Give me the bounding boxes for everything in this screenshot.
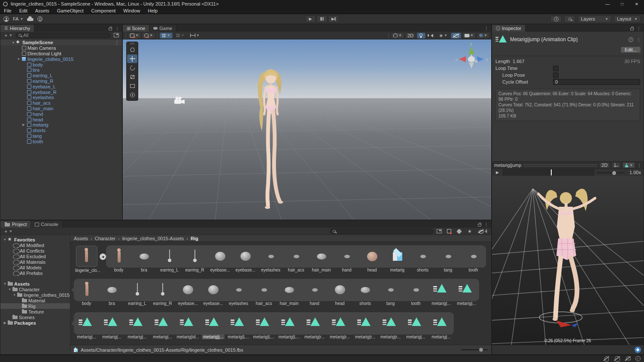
menu-item[interactable]: Component xyxy=(87,8,119,13)
search-button[interactable] xyxy=(564,15,575,23)
account-dropdown[interactable]: FA▼ xyxy=(13,16,23,21)
edit-button[interactable]: Edit... xyxy=(620,46,641,53)
asset-tile[interactable]: earring_R xyxy=(182,245,207,273)
play-button[interactable]: ▶ xyxy=(305,15,316,23)
asset-tile[interactable]: metarig|r... xyxy=(378,312,403,340)
hierarchy-row[interactable]: hair_acs xyxy=(0,100,122,106)
hierarchy-row[interactable]: eyelashes xyxy=(0,95,122,100)
account-icon[interactable] xyxy=(3,16,9,22)
hierarchy-row[interactable]: head xyxy=(0,117,122,122)
panel-menu-icon[interactable]: ⋮ xyxy=(484,222,489,227)
undo-history-button[interactable] xyxy=(550,15,562,23)
preview-2d-button[interactable]: 2D xyxy=(599,162,610,168)
rotate-tool-button[interactable] xyxy=(127,63,137,72)
search-by-label-button[interactable] xyxy=(455,228,464,234)
hierarchy-search-field[interactable]: All xyxy=(15,33,111,38)
menu-item[interactable]: File xyxy=(0,8,15,13)
menu-item[interactable]: GameObject xyxy=(53,8,88,13)
asset-tile[interactable]: eyebase... xyxy=(200,279,226,306)
slider-handle[interactable] xyxy=(612,171,616,175)
asset-tile[interactable]: hand xyxy=(334,245,359,273)
project-search-field[interactable] xyxy=(330,229,434,234)
folder-row[interactable]: Scenes xyxy=(0,314,70,320)
camera-settings-button[interactable]: ▼ xyxy=(462,33,476,39)
asset-tile[interactable]: eyelashes xyxy=(258,245,283,273)
hierarchy-row[interactable]: hand xyxy=(0,111,122,117)
scene-picker-icon[interactable] xyxy=(114,33,119,37)
asset-tile[interactable]: head xyxy=(327,279,352,306)
asset-tile[interactable]: metarig|id... xyxy=(175,312,200,340)
folder-row[interactable]: All Models xyxy=(0,265,70,270)
asset-tile[interactable]: metarig|L... xyxy=(276,312,302,340)
asset-tile[interactable]: tang xyxy=(378,279,403,306)
cache-disabled-icon[interactable] xyxy=(614,356,620,361)
hierarchy-row[interactable]: Directional Light xyxy=(0,51,122,57)
preview-avatar-button[interactable]: ▼ xyxy=(623,162,635,168)
effects-dropdown-button[interactable]: ∗▼ xyxy=(437,33,450,39)
asset-tile[interactable]: hair_main xyxy=(309,245,334,273)
notifications-disabled-icon[interactable] xyxy=(625,356,631,361)
hierarchy-row[interactable]: body xyxy=(0,62,122,67)
gizmos-dropdown-button[interactable]: ⊕▼ xyxy=(477,33,489,39)
menu-item[interactable]: Help xyxy=(144,8,161,13)
pivot-orientation-button[interactable]: ▼ xyxy=(142,33,155,39)
assetbundle-tag-icon[interactable] xyxy=(635,347,641,353)
expander-icon[interactable]: ▼ xyxy=(3,282,7,285)
asset-tile[interactable]: earring_L xyxy=(157,245,182,273)
hierarchy-row[interactable]: tang xyxy=(0,133,122,139)
asset-tile[interactable]: tang xyxy=(435,245,461,273)
collapse-subassets-button[interactable]: ◀ xyxy=(100,253,106,260)
folder-row[interactable]: Material xyxy=(0,298,70,303)
asset-tile[interactable]: eyebase... xyxy=(207,245,233,273)
preview-timeline[interactable] xyxy=(503,169,594,176)
asset-tile[interactable]: eyebase... xyxy=(175,279,200,306)
folder-row[interactable]: ▶ Packages xyxy=(0,320,70,326)
folder-row[interactable]: ▼ Assets xyxy=(0,281,70,287)
preview-drag-handle[interactable] xyxy=(523,164,597,166)
camera-gizmo-icon[interactable] xyxy=(173,96,185,105)
layout-dropdown[interactable]: Layout▼ xyxy=(614,15,641,23)
asset-tile[interactable]: earring_L xyxy=(125,279,150,306)
context-menu-icon[interactable]: ⋮ xyxy=(637,37,641,42)
asset-tile[interactable]: metarig xyxy=(385,245,410,273)
hierarchy-row[interactable]: ▶ metarig xyxy=(0,122,122,128)
asset-tile[interactable]: hand xyxy=(302,279,327,306)
scene-viewport[interactable]: y x z ‹ Persp xyxy=(123,39,491,220)
folder-row[interactable]: Texture xyxy=(0,309,70,314)
cloud-services-icon[interactable] xyxy=(27,18,33,21)
breadcrumb-segment[interactable]: Character xyxy=(88,236,115,241)
tab-hierarchy[interactable]: ☰Hierarchy xyxy=(0,25,34,32)
preview-play-button[interactable]: ▶ xyxy=(492,169,503,176)
folder-row[interactable]: ▼ lingerie_clothes_0015-Assets xyxy=(0,292,70,298)
expander-icon[interactable]: ▼ xyxy=(7,288,12,291)
breadcrumb-segment[interactable]: Rig xyxy=(184,236,198,241)
asset-tile[interactable]: hair_acs xyxy=(251,279,276,306)
asset-tile[interactable]: tooth xyxy=(403,279,428,306)
asset-tile[interactable]: body xyxy=(74,279,99,306)
asset-tile[interactable]: eyebase... xyxy=(233,245,258,273)
lock-icon[interactable] xyxy=(109,28,112,30)
favorites-filter-button[interactable]: ★ xyxy=(465,228,474,234)
asset-tile[interactable]: metarig|... xyxy=(454,279,479,306)
cycle-offset-field[interactable]: 0 xyxy=(553,79,640,85)
grid-visibility-button[interactable]: ▼ xyxy=(160,33,173,39)
asset-tile[interactable]: metarig|... xyxy=(150,312,175,340)
tab-project[interactable]: Project xyxy=(0,221,31,228)
panel-menu-icon[interactable]: ⋮ xyxy=(115,26,119,31)
folder-row[interactable]: All Excluded xyxy=(0,253,70,259)
asset-tile-main[interactable]: lingerie_clo... xyxy=(74,245,99,273)
lock-icon[interactable] xyxy=(630,28,634,30)
hierarchy-row[interactable]: earring_L xyxy=(0,73,122,78)
folder-row[interactable]: ▼ Character xyxy=(0,287,70,292)
package-visibility-button[interactable] xyxy=(445,228,453,234)
layers-dropdown[interactable]: Layers▼ xyxy=(578,15,611,23)
hierarchy-row[interactable]: tooth xyxy=(0,139,122,144)
maximize-button[interactable]: □ xyxy=(615,0,629,8)
asset-tile[interactable]: metarig|j... xyxy=(200,312,226,340)
loop-pose-checkbox[interactable] xyxy=(553,72,559,78)
preview-menu-icon[interactable]: ⋮ xyxy=(637,163,641,168)
loop-time-checkbox[interactable] xyxy=(553,66,559,71)
asset-tile[interactable]: metarig|... xyxy=(428,279,454,306)
hierarchy-row[interactable]: eyebase_R xyxy=(0,89,122,95)
expander-icon[interactable]: ▶ xyxy=(3,321,7,325)
